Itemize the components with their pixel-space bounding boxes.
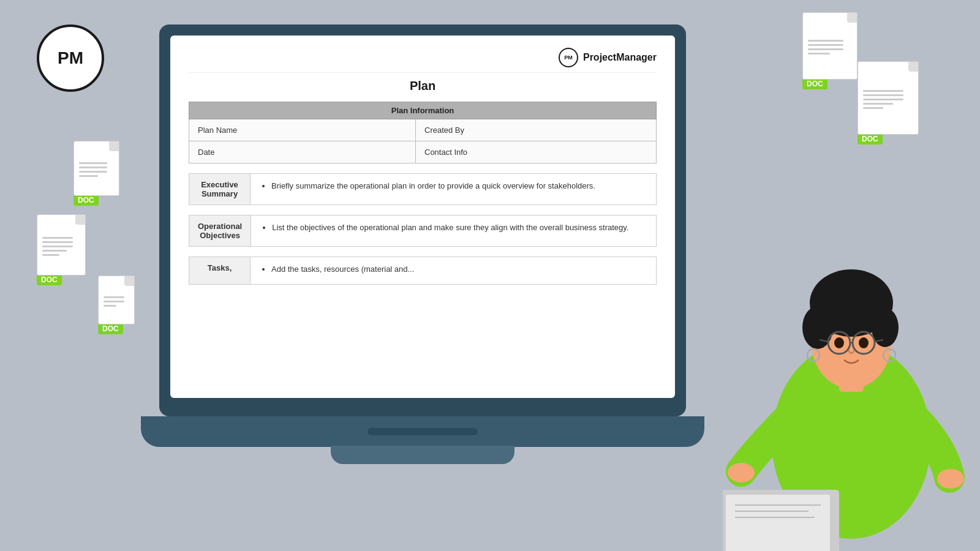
svg-point-19 — [937, 469, 964, 489]
svg-point-8 — [830, 282, 873, 312]
laptop-screen: PM ProjectManager Plan Plan Information — [170, 36, 675, 398]
plan-name-label: Plan Name — [189, 119, 416, 141]
svg-point-16 — [834, 337, 844, 348]
contact-info-label: Contact Info — [416, 141, 657, 163]
doc-float-mid-left-3: DOC — [98, 276, 135, 334]
doc-paper — [802, 12, 858, 80]
laptop-base — [141, 416, 704, 447]
svg-rect-21 — [726, 495, 830, 551]
pm-logo: PM — [37, 24, 104, 92]
section-content-exec: Briefly summarize the operational plan i… — [251, 174, 657, 205]
doc-float-top-right-1: DOC — [802, 12, 858, 89]
doc-title: Plan — [189, 79, 657, 93]
date-label: Date — [189, 141, 416, 163]
doc-badge: DOC — [74, 195, 99, 206]
doc-content: PM ProjectManager Plan Plan Information — [170, 36, 675, 307]
table-row: Tasks, Add the tasks, resources (materia… — [189, 257, 657, 285]
operational-objectives-section: OperationalObjectives List the objective… — [189, 215, 657, 247]
doc-badge: DOC — [37, 274, 62, 285]
doc-paper — [858, 61, 919, 135]
section-content-ops: List the objectives of the operational p… — [251, 216, 657, 247]
created-by-label: Created By — [416, 119, 657, 141]
list-item: List the objectives of the operational p… — [272, 222, 647, 234]
laptop-screen-frame: PM ProjectManager Plan Plan Information — [159, 24, 686, 416]
list-item: Briefly summarize the operational plan i… — [271, 180, 647, 192]
doc-header: PM ProjectManager — [189, 48, 657, 73]
list-item: Add the tasks, resources (material and..… — [271, 263, 647, 276]
laptop-notch — [368, 428, 478, 435]
doc-paper — [98, 276, 135, 324]
doc-float-mid-left-2: DOC — [37, 214, 86, 285]
person-illustration — [723, 184, 980, 551]
executive-summary-section: ExecutiveSummary Briefly summarize the o… — [189, 173, 657, 205]
doc-float-mid-left-1: DOC — [74, 141, 119, 206]
section-label-ops: OperationalObjectives — [189, 216, 251, 247]
doc-float-top-right-2: DOC — [858, 61, 919, 144]
section-content-tasks: Add the tasks, resources (material and..… — [251, 257, 657, 285]
table-row: Date Contact Info — [189, 141, 657, 163]
section-label-exec: ExecutiveSummary — [189, 174, 251, 205]
laptop-wrapper: PM ProjectManager Plan Plan Information — [159, 24, 698, 465]
doc-badge: DOC — [98, 323, 123, 334]
plan-info-header: Plan Information — [189, 102, 657, 119]
section-label-tasks: Tasks, — [189, 257, 251, 285]
svg-point-18 — [728, 463, 755, 482]
doc-paper — [37, 214, 86, 276]
pm-brand-circle: PM — [559, 48, 578, 67]
tasks-section: Tasks, Add the tasks, resources (materia… — [189, 257, 657, 285]
doc-badge: DOC — [802, 78, 827, 89]
doc-badge: DOC — [858, 133, 883, 144]
pm-brand: PM ProjectManager — [559, 48, 657, 67]
doc-paper — [74, 141, 119, 196]
table-row: OperationalObjectives List the objective… — [189, 216, 657, 247]
table-row: ExecutiveSummary Briefly summarize the o… — [189, 174, 657, 205]
table-row: Plan Name Created By — [189, 119, 657, 141]
laptop-stand — [331, 446, 514, 464]
pm-brand-name: ProjectManager — [583, 52, 657, 63]
svg-point-17 — [859, 337, 869, 348]
plan-info-table: Plan Information Plan Name Created By Da… — [189, 102, 657, 163]
